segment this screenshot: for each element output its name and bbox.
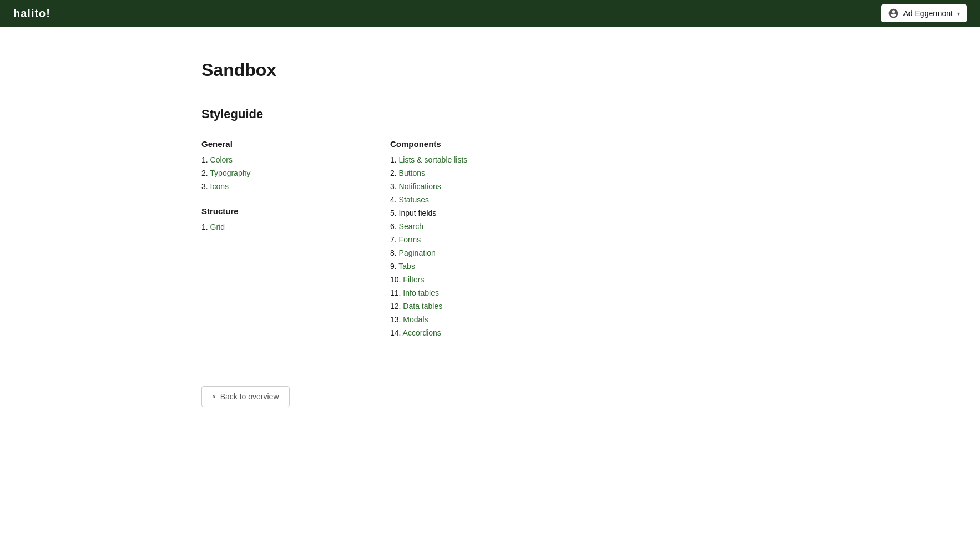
item-number: 3.: [201, 182, 210, 191]
modals-link[interactable]: Modals: [403, 315, 428, 324]
lists-link[interactable]: Lists & sortable lists: [399, 155, 468, 164]
filters-link[interactable]: Filters: [403, 275, 424, 284]
user-menu-button[interactable]: Ad Eggermont ▾: [881, 4, 967, 22]
data-tables-link[interactable]: Data tables: [403, 302, 442, 311]
typography-link[interactable]: Typography: [210, 169, 250, 177]
styleguide-columns: General 1. Colors 2. Typography 3. Icons…: [201, 139, 779, 353]
app-logo: halito!: [13, 7, 50, 20]
list-item: 10. Filters: [390, 275, 545, 284]
info-tables-link[interactable]: Info tables: [403, 288, 439, 297]
item-number: 5.: [390, 209, 399, 217]
list-item: 3. Icons: [201, 182, 357, 191]
forms-link[interactable]: Forms: [399, 235, 421, 244]
list-item: 11. Info tables: [390, 288, 545, 297]
item-number: 2.: [201, 169, 210, 177]
buttons-link[interactable]: Buttons: [399, 169, 425, 177]
navbar: halito! Ad Eggermont ▾: [0, 0, 980, 27]
chevron-left-icon: «: [212, 393, 216, 400]
structure-list: 1. Grid: [201, 222, 357, 231]
account-circle-icon: [888, 8, 899, 19]
colors-link[interactable]: Colors: [210, 155, 233, 164]
list-item: 7. Forms: [390, 235, 545, 244]
pagination-link[interactable]: Pagination: [399, 248, 436, 257]
list-item: 5. Input fields: [390, 209, 545, 217]
styleguide-heading: Styleguide: [201, 107, 779, 121]
item-number: 1.: [201, 155, 210, 164]
grid-link[interactable]: Grid: [210, 222, 225, 231]
item-number: 9.: [390, 262, 398, 271]
general-list: 1. Colors 2. Typography 3. Icons: [201, 155, 357, 191]
search-link[interactable]: Search: [399, 222, 423, 231]
list-item: 1. Colors: [201, 155, 357, 164]
components-list: 1. Lists & sortable lists 2. Buttons 3. …: [390, 155, 545, 337]
notifications-link[interactable]: Notifications: [399, 182, 441, 191]
item-number: 14.: [390, 328, 403, 337]
list-item: 6. Search: [390, 222, 545, 231]
statuses-link[interactable]: Statuses: [399, 195, 429, 204]
list-item: 4. Statuses: [390, 195, 545, 204]
main-content: Sandbox Styleguide General 1. Colors 2. …: [157, 27, 823, 440]
input-fields-text: Input fields: [399, 209, 437, 217]
general-section-heading: General: [201, 139, 357, 149]
structure-section-heading: Structure: [201, 206, 357, 216]
list-item: 3. Notifications: [390, 182, 545, 191]
list-item: 9. Tabs: [390, 262, 545, 271]
right-column: Components 1. Lists & sortable lists 2. …: [390, 139, 545, 353]
item-number: 11.: [390, 288, 403, 297]
list-item: 2. Buttons: [390, 169, 545, 177]
list-item: 8. Pagination: [390, 248, 545, 257]
item-number: 8.: [390, 248, 399, 257]
item-number: 4.: [390, 195, 399, 204]
item-number: 10.: [390, 275, 403, 284]
list-item: 2. Typography: [201, 169, 357, 177]
back-to-overview-button[interactable]: « Back to overview: [201, 386, 290, 407]
item-number: 12.: [390, 302, 403, 311]
tabs-link[interactable]: Tabs: [398, 262, 415, 271]
left-column: General 1. Colors 2. Typography 3. Icons…: [201, 139, 357, 353]
list-item: 12. Data tables: [390, 302, 545, 311]
components-section-heading: Components: [390, 139, 545, 149]
back-button-label: Back to overview: [220, 392, 279, 401]
item-number: 2.: [390, 169, 399, 177]
item-number: 13.: [390, 315, 403, 324]
list-item: 1. Lists & sortable lists: [390, 155, 545, 164]
item-number: 3.: [390, 182, 399, 191]
item-number: 7.: [390, 235, 399, 244]
icons-link[interactable]: Icons: [210, 182, 229, 191]
chevron-down-icon: ▾: [957, 11, 960, 17]
item-number: 1.: [201, 222, 210, 231]
user-name-label: Ad Eggermont: [903, 9, 953, 18]
list-item: 13. Modals: [390, 315, 545, 324]
item-number: 6.: [390, 222, 399, 231]
list-item: 1. Grid: [201, 222, 357, 231]
accordions-link[interactable]: Accordions: [403, 328, 441, 337]
list-item: 14. Accordions: [390, 328, 545, 337]
item-number: 1.: [390, 155, 399, 164]
page-title: Sandbox: [201, 60, 779, 80]
